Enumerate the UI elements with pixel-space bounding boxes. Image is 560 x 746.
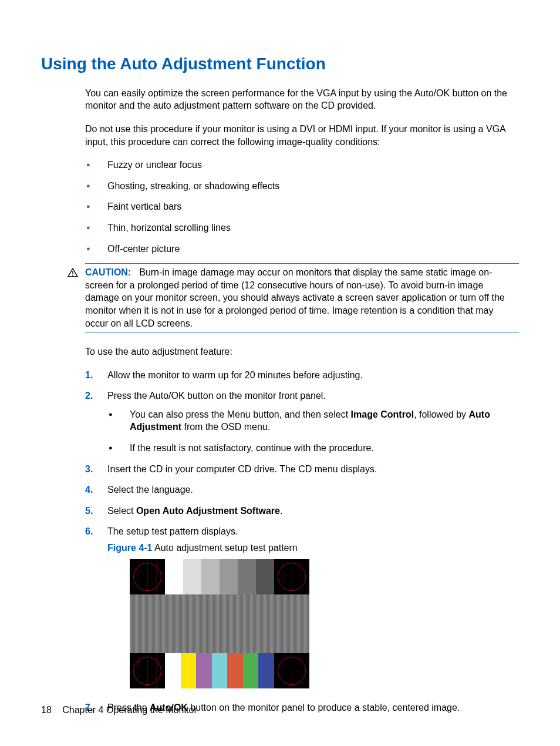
feature-intro: To use the auto adjustment feature: [85, 345, 519, 358]
svg-point-1 [72, 275, 73, 276]
step-item: Select Open Auto Adjustment Software. [85, 505, 519, 518]
caution-icon [68, 268, 78, 281]
list-item: Fuzzy or unclear focus [85, 159, 519, 172]
steps-list: Allow the monitor to warm up for 20 minu… [85, 369, 519, 714]
step-text: The setup test pattern displays. [107, 526, 238, 536]
page-footer: 18 Chapter 4 Operating the Monitor [41, 704, 197, 717]
figure-caption: Figure 4-1 Auto adjustment setup test pa… [107, 542, 519, 555]
page-number: 18 [41, 705, 52, 715]
step-item: Insert the CD in your computer CD drive.… [85, 463, 519, 476]
caution-label: CAUTION: [85, 267, 131, 277]
list-item: Thin, horizontal scrolling lines [85, 221, 519, 234]
list-item: Faint vertical bars [85, 200, 519, 213]
step-item: The setup test pattern displays. Figure … [85, 525, 519, 688]
test-pattern-image [130, 559, 309, 688]
list-item: Ghosting, streaking, or shadowing effect… [85, 180, 519, 193]
step-item: Allow the monitor to warm up for 20 minu… [85, 369, 519, 382]
list-item: If the result is not satisfactory, conti… [107, 442, 519, 455]
page-heading: Using the Auto Adjustment Function [41, 53, 519, 75]
caution-text: Burn-in image damage may occur on monito… [85, 267, 505, 328]
list-item: Off-center picture [85, 243, 519, 256]
chapter-title: Chapter 4 Operating the Monitor [62, 705, 197, 715]
step-text: Press the Auto/OK button on the monitor … [107, 391, 326, 401]
sub-list: You can also press the Menu button, and … [107, 408, 519, 455]
step-item: Press the Auto/OK button on the monitor … [85, 389, 519, 454]
intro-paragraph-1: You can easily optimize the screen perfo… [85, 87, 519, 112]
list-item: You can also press the Menu button, and … [107, 408, 519, 434]
intro-paragraph-2: Do not use this procedure if your monito… [85, 123, 519, 148]
conditions-list: Fuzzy or unclear focus Ghosting, streaki… [85, 159, 519, 255]
caution-block: CAUTION:Burn-in image damage may occur o… [41, 263, 519, 332]
step-item: Select the language. [85, 483, 519, 496]
